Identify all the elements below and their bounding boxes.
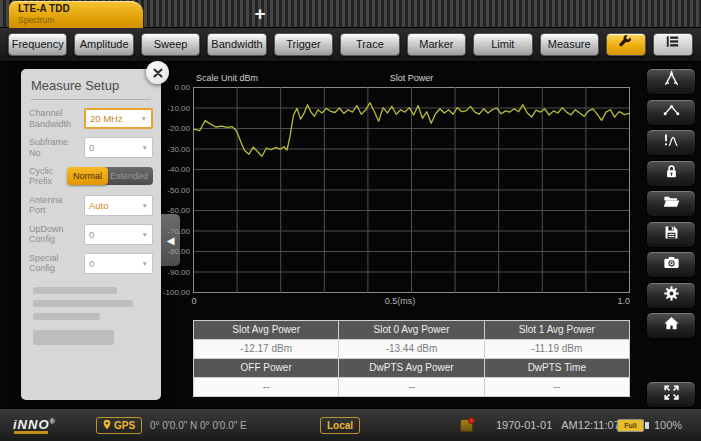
tab-title: LTE-A TDD	[18, 3, 134, 15]
field-updown-config: UpDown Config 0 ▼	[29, 224, 153, 245]
y-tick-label: -20.00	[160, 124, 190, 133]
chevron-down-icon: ▼	[142, 231, 148, 238]
x-tick-mid: 0.5(ms)	[358, 296, 442, 306]
chart-title: Slot Power	[193, 73, 630, 83]
home-button[interactable]	[646, 312, 696, 339]
brand-logo: iNNO®	[13, 417, 56, 432]
table-row: OFF Power DwPTS Avg Power DwPTS Time	[194, 359, 629, 377]
gps-coordinates: 0° 0'0.0" N 0° 0'0.0" E	[150, 420, 247, 431]
toggle-option-extended[interactable]: Extended	[105, 167, 153, 185]
side-toolbar	[641, 62, 701, 408]
gps-status-badge[interactable]: GPS	[96, 417, 142, 434]
wrench-icon	[617, 33, 634, 56]
y-tick-label: -60.00	[160, 206, 190, 215]
marker-button[interactable]: Marker	[407, 33, 466, 56]
antenna-port-dropdown[interactable]: Auto ▼	[84, 195, 153, 216]
table-header-cell: Slot 1 Avg Power	[485, 321, 629, 339]
frequency-button[interactable]: Frequency	[8, 33, 67, 56]
trace-nodes-button[interactable]	[646, 99, 696, 126]
menu-button[interactable]	[653, 33, 693, 56]
chevron-down-icon: ▼	[141, 115, 147, 122]
y-tick-label: -50.00	[160, 186, 190, 195]
toggle-option-normal[interactable]: Normal	[67, 167, 108, 185]
lock-icon	[662, 162, 681, 185]
bandwidth-button[interactable]: Bandwidth	[207, 33, 266, 56]
sweep-button[interactable]: Sweep	[141, 33, 200, 56]
battery-percent: 100%	[654, 419, 682, 431]
table-header-cell: DwPTS Time	[485, 359, 629, 377]
new-tab-button[interactable]: +	[248, 2, 272, 26]
open-file-button[interactable]	[646, 190, 696, 217]
tab-lte-a-tdd[interactable]: LTE-A TDD Spectrum	[9, 1, 143, 28]
table-value-cell: -13.44 dBm	[339, 340, 483, 358]
y-tick-label: -70.00	[160, 227, 190, 236]
y-tick-label: 0.00	[160, 83, 190, 92]
measure-button[interactable]: Measure	[540, 33, 599, 56]
chevron-down-icon: ▼	[142, 202, 148, 209]
updown-config-dropdown[interactable]: 0 ▼	[84, 224, 153, 245]
alert-badge	[468, 417, 475, 424]
menu-list-icon	[664, 33, 681, 56]
field-cyclic-prefix: Cyclic Prefix Normal Extended	[29, 166, 153, 187]
y-tick-label: -100.00	[160, 288, 190, 297]
ghost-text-lines	[33, 287, 149, 345]
dropdown-value: Auto	[89, 200, 109, 211]
field-label: Subframe No	[29, 137, 79, 158]
trace-button[interactable]: Trace	[340, 33, 399, 56]
gps-label: GPS	[114, 420, 135, 431]
x-tick-end: 1.0	[598, 296, 630, 306]
table-value-cell: --	[339, 378, 483, 396]
field-channel-bandwidth: Channel Bandwidth 20 MHz ▼	[29, 108, 153, 129]
subframe-no-dropdown[interactable]: 0 ▼	[84, 137, 153, 158]
fullscreen-button[interactable]	[646, 381, 696, 408]
amplitude-button[interactable]: Amplitude	[74, 33, 133, 56]
compass-tool-icon	[662, 70, 681, 93]
lock-button[interactable]	[646, 160, 696, 187]
y-tick-label: -80.00	[160, 247, 190, 256]
folder-open-icon	[662, 192, 681, 215]
x-tick-0: 0	[187, 296, 201, 306]
save-icon	[662, 223, 681, 246]
home-icon	[662, 314, 681, 337]
limit-button[interactable]: Limit	[473, 33, 532, 56]
trace-nodes-icon	[662, 101, 681, 124]
slot-power-chart	[193, 87, 630, 293]
alert-icon[interactable]	[460, 419, 473, 432]
table-header-cell: Slot Avg Power	[194, 321, 338, 339]
logo-underline	[14, 431, 48, 434]
y-axis-labels: 0.00-10.00-20.00-30.00-40.00-50.00-60.00…	[160, 72, 190, 320]
tab-strip: LTE-A TDD Spectrum +	[0, 0, 701, 28]
time-label: AM12:11:07	[561, 419, 620, 431]
limit-peak-icon	[662, 131, 681, 154]
table-header-cell: DwPTS Avg Power	[339, 359, 483, 377]
results-table: Slot Avg Power Slot 0 Avg Power Slot 1 A…	[193, 320, 630, 397]
slot-power-chart-area: Scale Unit dBm Slot Power 0.00-10.00-20.…	[160, 72, 635, 320]
local-mode-badge[interactable]: Local	[320, 417, 360, 434]
table-value-cell: -12.17 dBm	[194, 340, 338, 358]
main-area: Measure Setup Channel Bandwidth 20 MHz ▼…	[0, 62, 701, 408]
tools-wrench-button[interactable]	[606, 33, 646, 56]
table-row: Slot Avg Power Slot 0 Avg Power Slot 1 A…	[194, 321, 629, 339]
battery-tip	[645, 422, 649, 429]
cyclic-prefix-toggle: Normal Extended	[67, 167, 153, 185]
field-label: Channel Bandwidth	[29, 108, 79, 129]
save-button[interactable]	[646, 221, 696, 248]
table-value-cell: --	[194, 378, 338, 396]
chevron-down-icon: ▼	[142, 144, 148, 151]
table-value-cell: --	[485, 378, 629, 396]
camera-icon	[662, 253, 681, 276]
limit-peak-button[interactable]	[646, 129, 696, 156]
fullscreen-icon	[662, 383, 681, 406]
compass-tool-button[interactable]	[646, 68, 696, 95]
measure-setup-panel: Measure Setup Channel Bandwidth 20 MHz ▼…	[21, 69, 161, 400]
field-label: UpDown Config	[29, 224, 79, 245]
settings-button[interactable]	[646, 282, 696, 309]
channel-bandwidth-dropdown[interactable]: 20 MHz ▼	[84, 108, 153, 129]
field-label: Antenna Port	[29, 195, 79, 216]
field-label: Special Config	[29, 253, 79, 274]
special-config-dropdown[interactable]: 0 ▼	[84, 253, 153, 274]
local-label: Local	[327, 420, 353, 431]
screenshot-button[interactable]	[646, 251, 696, 278]
field-subframe-no: Subframe No 0 ▼	[29, 137, 153, 158]
trigger-button[interactable]: Trigger	[274, 33, 333, 56]
